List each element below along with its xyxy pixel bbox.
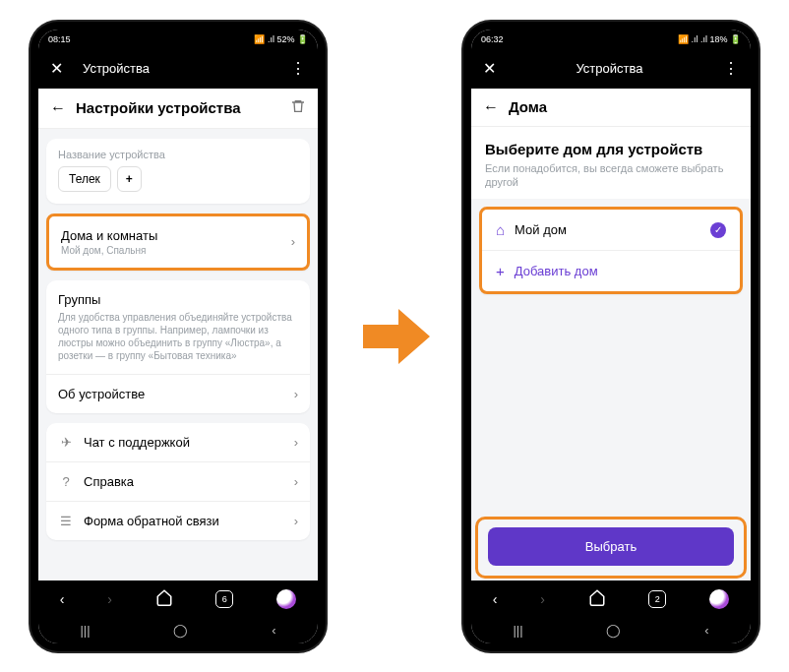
appbar-title: Устройства [63, 61, 290, 76]
screen-left: 08:15 📶 .ıl 52% 🔋 ✕ Устройства ⋮ ← Настр… [38, 30, 318, 643]
home-button[interactable]: ◯ [606, 623, 621, 638]
support-card: ✈ Чат с поддержкой › ? Справка › ☰ Форма… [46, 423, 310, 540]
device-name-card: Название устройства Телек + [46, 139, 310, 204]
chat-icon: ✈ [58, 435, 74, 450]
tabs-button[interactable]: 6 [215, 590, 233, 608]
arrow-icon [355, 297, 434, 376]
close-icon[interactable]: ✕ [50, 59, 63, 78]
groups-card: Группы Для удобства управления объединяй… [46, 280, 310, 413]
add-device-name-button[interactable]: + [117, 166, 142, 192]
tabs-button[interactable]: 2 [648, 590, 666, 608]
status-time: 08:15 [48, 34, 71, 44]
help-icon: ? [58, 474, 74, 489]
content-right: ← Дома Выберите дом для устройств Если п… [471, 89, 751, 580]
page-title: Дома [509, 98, 739, 115]
status-bar: 06:32 📶 .ıl .ıl 18% 🔋 [471, 30, 751, 49]
recents-button[interactable]: ||| [513, 623, 522, 638]
browser-bar: ‹ › 2 [471, 580, 751, 618]
chevron-right-icon: › [294, 514, 298, 528]
assistant-icon[interactable] [276, 589, 296, 609]
more-icon[interactable]: ⋮ [723, 59, 739, 78]
back-button[interactable]: ‹ [272, 623, 275, 638]
groups-desc: Для удобства управления объединяйте устр… [46, 307, 310, 374]
homes-rooms-label: Дома и комнаты Мой дом, Спальня [61, 228, 281, 256]
status-bar: 08:15 📶 .ıl 52% 🔋 [38, 30, 318, 49]
screen-right: 06:32 📶 .ıl .ıl 18% 🔋 ✕ Устройства ⋮ ← Д… [471, 30, 751, 643]
app-bar: ✕ Устройства ⋮ [38, 49, 318, 89]
recents-button[interactable]: ||| [80, 623, 90, 638]
chevron-right-icon: › [294, 435, 298, 450]
homes-list-card: ⌂ Мой дом ✓ + Добавить дом [479, 207, 743, 294]
phone-left: 08:15 📶 .ıl 52% 🔋 ✕ Устройства ⋮ ← Настр… [30, 22, 326, 651]
page-header: ← Настройки устройства [38, 89, 318, 129]
home-option[interactable]: ⌂ Мой дом ✓ [482, 210, 740, 250]
back-button[interactable]: ‹ [704, 623, 708, 638]
nav-back-icon[interactable]: ‹ [60, 591, 65, 607]
back-icon[interactable]: ← [483, 98, 499, 116]
device-name-chip[interactable]: Телек [58, 166, 111, 192]
add-home-label: Добавить дом [515, 264, 598, 278]
appbar-title: Устройства [496, 61, 723, 76]
groups-row[interactable]: Группы [46, 280, 310, 307]
browser-bar: ‹ › 6 [38, 580, 318, 618]
chip-row: Телек + [46, 166, 310, 204]
nav-forward-icon[interactable]: › [540, 591, 545, 607]
home-icon[interactable] [155, 588, 173, 609]
feedback-row[interactable]: ☰ Форма обратной связи › [46, 501, 310, 540]
status-right: 📶 .ıl 52% 🔋 [254, 34, 308, 44]
home-icon[interactable] [588, 588, 606, 609]
about-row[interactable]: Об устройстве › [46, 374, 310, 413]
house-icon: ⌂ [496, 221, 505, 238]
trash-icon[interactable] [290, 98, 306, 118]
select-button-highlight: Выбрать [475, 517, 747, 579]
selector-intro: Выберите дом для устройств Если понадоби… [471, 127, 751, 200]
close-icon[interactable]: ✕ [483, 59, 496, 78]
selector-title: Выберите дом для устройств [471, 127, 751, 161]
system-nav: ||| ◯ ‹ [38, 618, 318, 643]
page-title: Настройки устройства [76, 99, 280, 116]
home-name: Мой дом [515, 222, 700, 237]
back-icon[interactable]: ← [50, 99, 66, 117]
chevron-right-icon: › [294, 474, 298, 489]
home-button[interactable]: ◯ [173, 623, 188, 638]
homes-rooms-row[interactable]: Дома и комнаты Мой дом, Спальня › [46, 214, 310, 271]
select-button[interactable]: Выбрать [488, 527, 734, 566]
content-left: ← Настройки устройства Название устройст… [38, 89, 318, 580]
app-bar: ✕ Устройства ⋮ [471, 49, 751, 89]
device-name-label: Название устройства [46, 139, 310, 166]
chevron-right-icon: › [294, 387, 298, 401]
system-nav: ||| ◯ ‹ [471, 618, 751, 643]
spacer [471, 302, 751, 516]
status-right: 📶 .ıl .ıl 18% 🔋 [678, 34, 741, 44]
nav-back-icon[interactable]: ‹ [493, 591, 498, 607]
help-row[interactable]: ? Справка › [46, 461, 310, 501]
selector-sub: Если понадобится, вы всегда сможете выбр… [471, 161, 751, 200]
phone-right: 06:32 📶 .ıl .ıl 18% 🔋 ✕ Устройства ⋮ ← Д… [463, 22, 759, 651]
add-home-row[interactable]: + Добавить дом [482, 250, 740, 291]
page-header: ← Дома [471, 89, 751, 127]
check-icon: ✓ [710, 222, 726, 238]
plus-icon: + [496, 263, 505, 279]
more-icon[interactable]: ⋮ [290, 59, 306, 78]
form-icon: ☰ [58, 514, 74, 528]
chat-support-row[interactable]: ✈ Чат с поддержкой › [46, 423, 310, 461]
assistant-icon[interactable] [709, 589, 729, 609]
nav-forward-icon[interactable]: › [107, 591, 112, 607]
chevron-right-icon: › [291, 234, 295, 249]
status-time: 06:32 [481, 34, 504, 44]
